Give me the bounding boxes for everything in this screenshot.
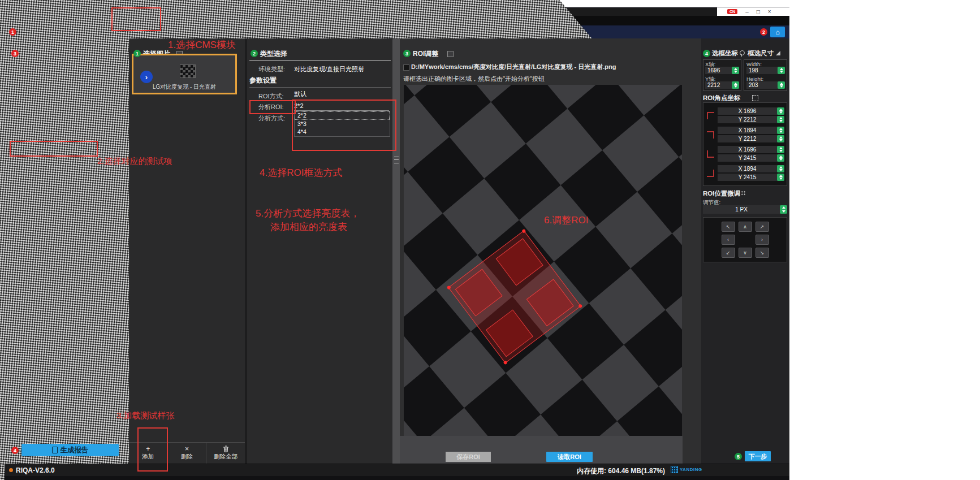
spinner-control[interactable] xyxy=(777,127,784,134)
spinner-control[interactable] xyxy=(777,174,784,181)
brand-label: YANDING xyxy=(680,467,702,472)
spinner-control[interactable] xyxy=(732,81,739,89)
annotation-5-line2: 添加相应的亮度表 xyxy=(270,220,347,233)
corners-icon xyxy=(752,95,758,101)
x-axis-input[interactable]: 1696 xyxy=(705,67,739,74)
corner-x-input[interactable]: X 1894 xyxy=(718,165,784,172)
generate-report-label: 生成报告 xyxy=(61,446,89,455)
width-value: 198 xyxy=(746,67,778,74)
window-bottom-strip xyxy=(5,476,789,480)
fine-tune-icon xyxy=(741,191,746,196)
tune-value-input[interactable]: 1 PX xyxy=(703,205,787,214)
divider xyxy=(249,60,391,61)
annotation-4: 4.选择ROI框选方式 xyxy=(260,166,342,179)
nudge-arrow-2-button[interactable]: ↗ xyxy=(755,222,769,232)
maximize-button[interactable]: □ xyxy=(757,9,760,15)
roi-button-strip xyxy=(400,436,683,464)
brand-logo: YANDING xyxy=(671,466,702,473)
resize-icon xyxy=(776,51,780,55)
spinner-control[interactable] xyxy=(777,154,784,162)
trash-icon xyxy=(223,446,229,452)
screen: 文件设置通用工具帮助 CN – □ × CameraADASGeometryCM… xyxy=(0,0,980,480)
corner-x-value: X 1696 xyxy=(718,146,777,153)
generate-report-button[interactable]: 生成报告 xyxy=(21,444,119,456)
nudge-arrow-5-button[interactable]: › xyxy=(755,235,769,245)
x-axis-value: 1696 xyxy=(705,67,732,74)
env-type-value: 对比度复现/直接日光照射 xyxy=(294,65,364,73)
box-size-title: 框选尺寸 xyxy=(748,49,774,58)
panel-badge-4: 4 xyxy=(703,50,710,57)
roi-mode-select[interactable]: 默认 xyxy=(294,90,389,100)
panel-menu-icon[interactable] xyxy=(447,51,454,57)
corner-cluster-tl: X 1696Y 2212 xyxy=(706,107,784,123)
sidebar-item-14[interactable]: ✓14锐度 xyxy=(15,208,116,219)
corner-x-input[interactable]: X 1696 xyxy=(718,107,784,115)
annotation-3: 3.加载测试样张 xyxy=(116,410,175,421)
brand-icon xyxy=(671,466,678,473)
spinner-control[interactable] xyxy=(732,67,739,74)
spinner-control[interactable] xyxy=(777,116,784,123)
corner-x-input[interactable]: X 1696 xyxy=(718,146,784,153)
toolbar-delete-button[interactable]: ×删除 xyxy=(168,443,207,464)
home-button[interactable]: ⌂ xyxy=(770,27,785,37)
panel-badge-2: 2 xyxy=(251,50,258,57)
y-axis-input[interactable]: 2212 xyxy=(705,81,739,89)
fine-tune-title: ROI位置微调 xyxy=(703,189,740,198)
spinner-control[interactable] xyxy=(777,146,784,153)
image-list-panel xyxy=(129,38,245,464)
nudge-arrow-8-button[interactable]: ↘ xyxy=(755,248,769,258)
spinner-control[interactable] xyxy=(778,67,785,74)
spinner-control[interactable] xyxy=(778,81,785,89)
y-axis-value: 2212 xyxy=(705,81,732,89)
type-select-title: 类型选择 xyxy=(260,49,287,59)
corner-br-icon xyxy=(707,170,714,177)
corner-y-input[interactable]: Y 2415 xyxy=(718,174,784,181)
roi-adjust-title: ROI调整 xyxy=(413,49,438,59)
save-roi-button[interactable]: 保存ROI xyxy=(446,452,491,462)
corner-x-value: X 1696 xyxy=(718,107,777,115)
corner-y-value: Y 2212 xyxy=(718,116,777,123)
splitter-grip-icon[interactable] xyxy=(394,157,399,163)
nudge-arrow-0-button[interactable]: ↖ xyxy=(722,222,735,232)
report-icon xyxy=(52,447,58,453)
step-badge-5: 5 xyxy=(735,453,742,460)
toolbar-label: 删除 xyxy=(181,453,193,461)
status-dot-icon xyxy=(9,468,13,472)
expand-arrow-icon[interactable]: › xyxy=(140,71,153,83)
image-file-path: D:/MYwork/cms/cms/亮度对比度/日光直射/LG对比度复现 - 日… xyxy=(411,63,616,71)
toolbar-delete-all-button[interactable]: 删除全部 xyxy=(206,443,245,464)
panel-badge-1: 1 xyxy=(133,50,141,57)
close-button[interactable]: × xyxy=(768,9,771,15)
path-checkbox-icon[interactable] xyxy=(403,64,409,71)
load-roi-button[interactable]: 读取ROI xyxy=(546,452,593,462)
corner-cluster-tr: X 1894Y 2212 xyxy=(706,127,784,142)
corner-x-input[interactable]: X 1894 xyxy=(718,127,784,134)
roi-instruction: 请框选出正确的图卡区域，然后点击"开始分析"按钮 xyxy=(403,75,545,83)
roi-nudge-pad: ↖∧↗‹›↙∨↘ xyxy=(703,217,787,262)
corner-tr-icon xyxy=(707,131,714,139)
height-input[interactable]: 203 xyxy=(746,81,785,89)
spinner-control[interactable] xyxy=(777,135,784,142)
next-step-button[interactable]: 下一步 xyxy=(745,451,771,461)
analysis-mode-label: 分析方式: xyxy=(258,114,285,123)
step-badge-2: 2 xyxy=(760,28,767,36)
width-input[interactable]: 198 xyxy=(746,67,785,74)
image-thumbnail xyxy=(180,64,196,78)
minimize-button[interactable]: – xyxy=(745,9,749,15)
corner-y-input[interactable]: Y 2415 xyxy=(718,154,784,162)
image-card-label: LG对比度复现 - 日光直射 xyxy=(133,83,235,91)
annotation-box-dropdown xyxy=(292,100,396,151)
language-badge[interactable]: CN xyxy=(727,9,737,14)
corner-y-value: Y 2415 xyxy=(718,154,777,162)
nudge-arrow-7-button[interactable]: ∨ xyxy=(739,248,752,258)
tune-value: 1 PX xyxy=(703,205,780,214)
nudge-arrow-3-button[interactable]: ‹ xyxy=(722,235,735,245)
spinner-control[interactable] xyxy=(777,165,784,172)
corner-y-input[interactable]: Y 2212 xyxy=(718,116,784,123)
spinner-control[interactable] xyxy=(780,205,787,214)
corner-y-input[interactable]: Y 2212 xyxy=(718,135,784,142)
spinner-control[interactable] xyxy=(777,107,784,115)
nudge-arrow-1-button[interactable]: ∧ xyxy=(739,222,752,232)
nudge-arrow-6-button[interactable]: ↙ xyxy=(722,248,735,258)
selected-image-card[interactable]: › LG对比度复现 - 日光直射 xyxy=(132,54,237,94)
